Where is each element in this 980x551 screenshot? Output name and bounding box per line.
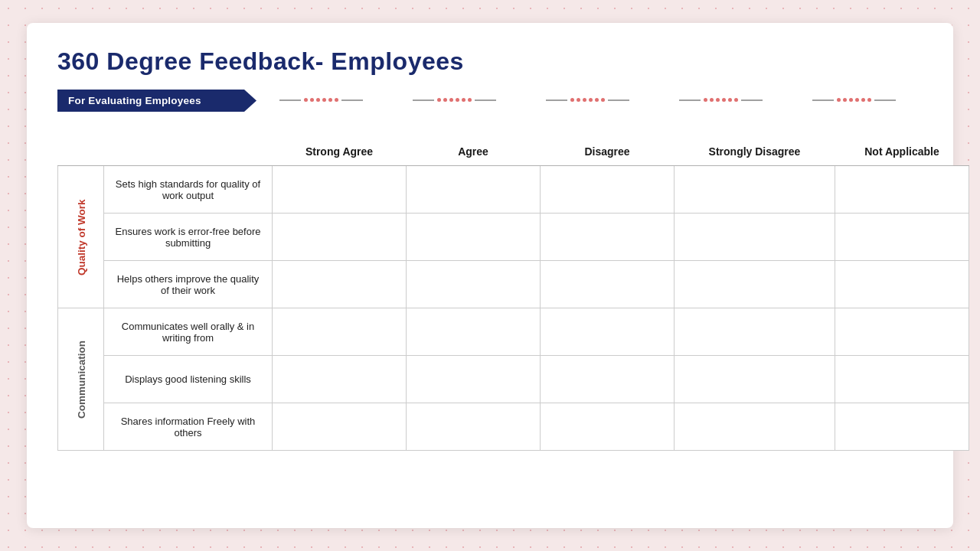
table-row: Communication Communicates well orally &… — [58, 308, 969, 356]
dotted-segment-2 — [413, 98, 546, 102]
table-container: Strong Agree Agree Disagree Strongly Dis… — [57, 139, 923, 510]
response-cell[interactable] — [675, 261, 835, 308]
response-cell[interactable] — [835, 403, 969, 451]
response-cell[interactable] — [541, 261, 675, 308]
response-cell[interactable] — [675, 308, 835, 356]
response-cell[interactable] — [273, 214, 407, 261]
response-cell[interactable] — [407, 403, 541, 451]
criteria-cell: Communicates well orally & in writing fr… — [104, 308, 273, 356]
response-cell[interactable] — [835, 356, 969, 403]
col-header-agree: Agree — [407, 139, 541, 166]
table-row: Displays good listening skills — [58, 356, 969, 403]
main-card: 360 Degree Feedback- Employees For Evalu… — [27, 23, 953, 528]
response-cell[interactable] — [273, 356, 407, 403]
subtitle-bar: For Evaluating Employees — [57, 90, 256, 112]
response-cell[interactable] — [541, 403, 675, 451]
response-cell[interactable] — [407, 308, 541, 356]
response-cell[interactable] — [407, 166, 541, 214]
response-cell[interactable] — [407, 356, 541, 403]
response-cell[interactable] — [835, 166, 969, 214]
col-header-strongly-disagree: Strongly Disagree — [675, 139, 835, 166]
table-row: Helps others improve the quality of thei… — [58, 261, 969, 308]
response-cell[interactable] — [675, 403, 835, 451]
dotted-segment-4 — [679, 98, 812, 102]
response-cell[interactable] — [541, 214, 675, 261]
dotted-segment-3 — [546, 98, 679, 102]
response-cell[interactable] — [675, 166, 835, 214]
col-header-empty1 — [58, 139, 104, 166]
col-header-disagree: Disagree — [541, 139, 675, 166]
dotted-segment-1 — [279, 98, 413, 102]
response-cell[interactable] — [273, 261, 407, 308]
response-cell[interactable] — [675, 214, 835, 261]
feedback-table: Strong Agree Agree Disagree Strongly Dis… — [57, 139, 969, 451]
criteria-cell: Sets high standards for quality of work … — [104, 166, 273, 214]
table-row: Shares information Freely with others — [58, 403, 969, 451]
dotted-segment-5 — [812, 98, 946, 102]
page-title: 360 Degree Feedback- Employees — [57, 47, 923, 76]
response-cell[interactable] — [273, 166, 407, 214]
response-cell[interactable] — [273, 403, 407, 451]
criteria-cell: Displays good listening skills — [104, 356, 273, 403]
criteria-cell: Shares information Freely with others — [104, 403, 273, 451]
response-cell[interactable] — [835, 261, 969, 308]
response-cell[interactable] — [675, 356, 835, 403]
table-row: Quality of Work Sets high standards for … — [58, 166, 969, 214]
response-cell[interactable] — [541, 166, 675, 214]
category-quality: Quality of Work — [58, 166, 104, 308]
col-header-empty2 — [104, 139, 273, 166]
response-cell[interactable] — [835, 308, 969, 356]
response-cell[interactable] — [541, 356, 675, 403]
decorative-lines — [279, 98, 946, 102]
response-cell[interactable] — [273, 308, 407, 356]
category-communication: Communication — [58, 308, 104, 451]
response-cell[interactable] — [407, 214, 541, 261]
response-cell[interactable] — [835, 214, 969, 261]
response-cell[interactable] — [407, 261, 541, 308]
criteria-cell: Ensures work is error-free before submit… — [104, 214, 273, 261]
col-header-strong-agree: Strong Agree — [273, 139, 407, 166]
table-row: Ensures work is error-free before submit… — [58, 214, 969, 261]
col-header-not-applicable: Not Applicable — [835, 139, 969, 166]
criteria-cell: Helps others improve the quality of thei… — [104, 261, 273, 308]
response-cell[interactable] — [541, 308, 675, 356]
